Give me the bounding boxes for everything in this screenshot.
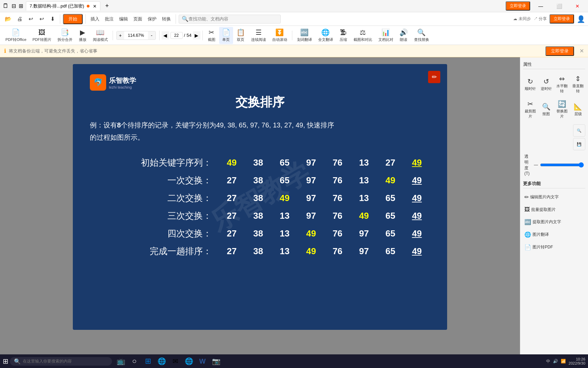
extract-text-btn[interactable]: 🔤 提取图片内文字 — [523, 217, 585, 227]
panel-zoom-in[interactable]: 🔍 — [573, 124, 585, 137]
add-tab[interactable]: + — [103, 2, 111, 10]
page-prev-btn[interactable]: ◀ — [162, 31, 169, 40]
table-cell: 27 — [218, 207, 245, 225]
start-menu-btn[interactable]: ⊞ — [3, 357, 9, 365]
insert-btn[interactable]: 插入 — [88, 13, 101, 25]
crop-btn[interactable]: ✂ 裁剪图片 — [523, 98, 538, 121]
search-icon: 🔍 — [182, 16, 189, 22]
auto-scroll-btn[interactable]: ⏬ 自动滚动 — [270, 27, 290, 44]
pdf-image-btn[interactable]: 🖼 PDF转图片 — [30, 27, 54, 44]
opacity-slider[interactable] — [540, 162, 584, 168]
table-cell: 13 — [272, 225, 298, 242]
table-cell: 49 — [351, 207, 377, 225]
read-mode-btn[interactable]: 📖 阅读模式 — [90, 27, 111, 44]
rotate-cw-btn[interactable]: ↻ 顺时针 — [523, 73, 538, 96]
taskbar-search-input[interactable] — [23, 359, 91, 364]
notif-close-btn[interactable]: ✕ — [579, 48, 584, 54]
layout-icon[interactable]: ⊟ — [12, 3, 16, 9]
taskbar-search[interactable]: 🔍 — [10, 357, 112, 366]
rotate-ccw-btn[interactable]: ↺ 逆时针 — [539, 73, 554, 96]
table-cell: 27 — [218, 242, 245, 260]
layer-btn[interactable]: 📐 层级 — [571, 98, 585, 121]
find-replace-btn[interactable]: 🔍 查找替换 — [411, 27, 432, 44]
taskbar-app-store[interactable]: ⊞ — [142, 355, 154, 367]
taskbar-network[interactable]: 📶 — [561, 359, 566, 364]
zoom-input[interactable] — [124, 33, 148, 38]
zoom-in-btn[interactable]: + — [117, 31, 124, 40]
zoom-control[interactable]: + - — [116, 31, 156, 40]
toolbar1-icon1[interactable]: 📂 — [3, 13, 14, 25]
compare2-btn[interactable]: 📊 文档比对 — [376, 27, 396, 44]
taskbar-app-circle[interactable]: ○ — [128, 355, 141, 367]
toolbar1-icon2[interactable]: 🖨 — [15, 13, 24, 25]
toolbar1-icon4[interactable]: ↩ — [37, 13, 46, 25]
panel-save[interactable]: 💾 — [573, 138, 585, 150]
user-avatar[interactable]: 👤 — [577, 15, 585, 23]
screenshot-icon: ✂ — [209, 28, 214, 36]
pdf-office-btn[interactable]: 📄 PDF转Office — [3, 27, 29, 44]
zoom-out-btn[interactable]: - — [148, 31, 156, 40]
taskbar-app-mail[interactable]: ✉ — [169, 355, 181, 367]
single-page-btn[interactable]: 📄 单页 — [219, 27, 233, 44]
img-translate-btn[interactable]: 🌐 图片翻译 — [523, 229, 585, 240]
opacity-minus[interactable]: — — [534, 163, 538, 167]
compress-icon: 🗜 — [340, 29, 347, 36]
page-btn[interactable]: 页面 — [131, 13, 144, 25]
batch-btn[interactable]: 批注 — [103, 13, 116, 25]
continuous-icon: ☰ — [256, 28, 262, 36]
img-to-pdf-btn[interactable]: 📄 图片转PDF — [523, 242, 585, 252]
notif-login-btn[interactable]: 立即登录 — [545, 46, 574, 56]
edit-icon[interactable]: ✏ — [428, 71, 440, 83]
toolbar1-icon3[interactable]: ↩ — [26, 13, 35, 25]
split-merge-btn[interactable]: 📑 拆分合并 — [55, 27, 75, 44]
toolbar2: 📄 PDF转Office 🖼 PDF转图片 📑 拆分合并 ▶ 播放 📖 阅读模式… — [0, 26, 588, 45]
search-box[interactable]: 🔍 — [179, 15, 281, 24]
compare-btn[interactable]: ⚖ 截图和对比 — [351, 27, 375, 44]
play-btn[interactable]: ▶ 播放 — [76, 27, 89, 44]
taskbar-app-word[interactable]: W — [196, 355, 209, 367]
pdf-area[interactable]: 乐智教学 🐬 乐智教学 lezhi teaching ✏ 交换排序 例：设有8个… — [0, 57, 520, 354]
full-translate-btn[interactable]: 🌐 全文翻译 — [315, 27, 336, 44]
time-display[interactable]: 10:26 2022/9/30 — [569, 357, 585, 365]
win-minimize[interactable]: — — [533, 1, 549, 11]
screenshot-btn[interactable]: ✂ 截图 — [205, 27, 218, 44]
grid-icon[interactable]: ⊞ — [19, 3, 23, 9]
table-cell: 76 — [324, 225, 351, 242]
opacity-row: 透明度(T) — — [523, 152, 585, 177]
search-input[interactable] — [189, 16, 278, 21]
taskbar-app-browser[interactable]: 🌐 — [183, 355, 195, 367]
flip-v-btn[interactable]: ⇕ 垂直翻转 — [571, 73, 585, 96]
start-btn[interactable]: 开始 — [63, 14, 83, 24]
sync-btn[interactable]: ☁ 未同步 — [513, 16, 530, 22]
tab-close[interactable]: ✕ — [93, 4, 97, 9]
continuous-btn[interactable]: ☰ 连续阅读 — [248, 27, 269, 44]
rotate-ccw-icon: ↺ — [543, 77, 549, 86]
taskbar-app-camera[interactable]: 📷 — [210, 355, 222, 367]
replace-btn[interactable]: 🔄 替换图片 — [555, 98, 570, 121]
win-maximize[interactable]: ⬜ — [551, 1, 567, 11]
edit-text-btn[interactable]: ✏ 编辑图片内文字 — [523, 192, 585, 202]
double-page-btn[interactable]: 📋 双页 — [234, 27, 248, 44]
toolbar-login-btn[interactable]: 立即登录 — [550, 14, 574, 24]
compress-btn[interactable]: 🗜 压缩 — [337, 27, 350, 44]
active-tab[interactable]: 7.数据结构-排...pdf (已加密) ✕ — [26, 1, 100, 11]
extract-batch-btn[interactable]: 🖼 批量提取图片 — [523, 204, 585, 215]
taskbar-app-tv[interactable]: 📺 — [115, 355, 127, 367]
win-close[interactable]: ✕ — [570, 1, 585, 11]
sep2 — [85, 14, 86, 24]
frame-btn[interactable]: 🔍 抠图 — [539, 98, 554, 121]
titlebar-login-btn[interactable]: 立即登录 — [506, 1, 530, 11]
read-aloud-btn[interactable]: 🔊 朗读 — [397, 27, 411, 44]
taskbar-app-edge[interactable]: 🌐 — [156, 355, 168, 367]
page-input[interactable] — [170, 32, 183, 39]
page-next-btn[interactable]: ▶ — [193, 31, 200, 40]
share-btn[interactable]: ↗ 分享 — [534, 16, 547, 22]
flip-h-btn[interactable]: ⇔ 水平翻转 — [555, 73, 570, 96]
edit-btn[interactable]: 编辑 — [117, 13, 130, 25]
convert-btn[interactable]: 转换 — [160, 13, 173, 25]
word-translate-btn[interactable]: 🔤 划词翻译 — [294, 27, 315, 44]
pdf-image-icon: 🖼 — [38, 29, 45, 36]
protect-btn[interactable]: 保护 — [146, 13, 159, 25]
taskbar-volume[interactable]: 🔊 — [553, 359, 558, 364]
toolbar1-icon5[interactable]: ⬇ — [48, 13, 57, 25]
